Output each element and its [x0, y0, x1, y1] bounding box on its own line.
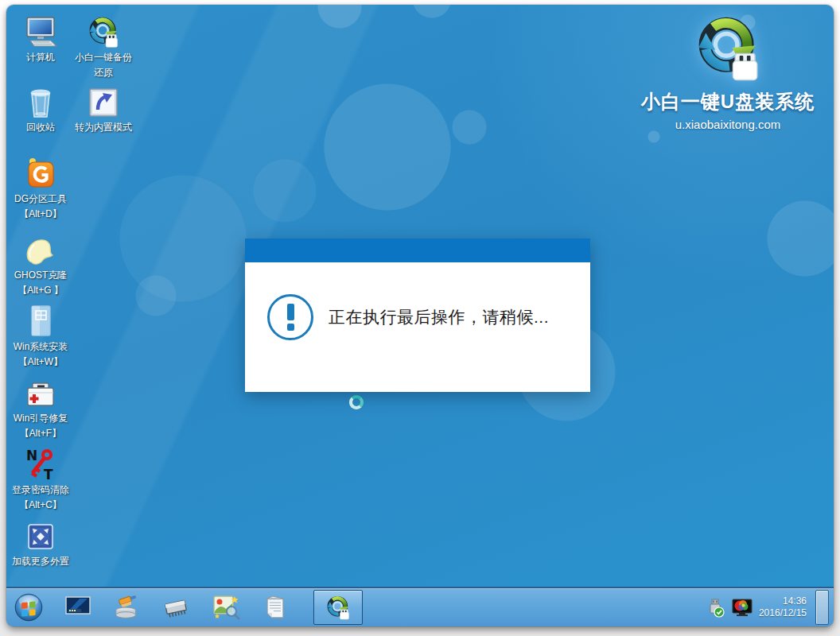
password-clear-icon: N T [23, 447, 58, 482]
xiaobai-app-icon [325, 594, 352, 621]
loading-spinner-icon [349, 395, 364, 409]
display-color-icon[interactable] [731, 597, 753, 618]
load-more-icon [24, 520, 57, 553]
brand-url: u.xiaobaixitong.com [628, 118, 827, 131]
dialog-message: 正在执行最后操作，请稍候... [329, 306, 549, 328]
win-boot-repair-icon [23, 377, 58, 410]
display-settings-button[interactable] [64, 591, 92, 623]
desktop-icon-win-install[interactable]: Win系统安装 【Alt+W】 [6, 304, 76, 369]
notepad-button[interactable] [261, 591, 290, 623]
dialog-body: 正在执行最后操作，请稍候... [245, 262, 590, 392]
memory-tool-button[interactable] [162, 591, 191, 623]
internal-mode-icon [87, 86, 120, 119]
desktop-icon-dg-partition[interactable]: DG分区工具 【Alt+D】 [6, 156, 76, 221]
disk-tools-button[interactable] [113, 591, 142, 623]
desktop-icon-internal-mode[interactable]: 转为内置模式 [68, 84, 139, 136]
desktop-icon-backup-restore[interactable]: 小白一键备份 还原 [68, 14, 139, 80]
disk-cleanup-icon [113, 594, 142, 621]
ram-chip-icon [162, 595, 191, 620]
ghost-clone-icon [22, 234, 59, 267]
recycle-bin-icon [25, 84, 56, 119]
windows-orb-icon [14, 590, 43, 625]
desktop-icon-ghost-clone[interactable]: GHOST克隆 【Alt+G 】 [6, 232, 76, 297]
progress-dialog: 正在执行最后操作，请稍候... [245, 238, 590, 392]
tray-clock[interactable]: 14:36 2016/12/15 [759, 595, 807, 619]
brand-area: 小白一键U盘装系统 u.xiaobaixitong.com [628, 11, 827, 131]
brand-title: 小白一键U盘装系统 [628, 89, 827, 114]
dialog-titlebar [245, 238, 590, 262]
computer-icon [22, 16, 59, 49]
desktop-icon-password-clear[interactable]: N T 登录密码清除 【Alt+C】 [6, 447, 76, 512]
dg-partition-icon [24, 156, 57, 191]
exclamation-circle-icon [267, 294, 313, 340]
svg-text:T: T [44, 467, 53, 482]
notepad-icon [262, 594, 289, 621]
xiaobai-app-button[interactable] [313, 590, 363, 625]
usb-safely-remove-icon[interactable] [705, 597, 725, 618]
picture-magnifier-icon [212, 594, 240, 621]
tray-time: 14:36 [759, 595, 807, 607]
desktop-icon-load-more[interactable]: 加载更多外置 [6, 518, 76, 570]
brand-logo-icon [690, 11, 766, 84]
taskbar: 14:36 2016/12/15 [6, 587, 834, 626]
desktop-icon-computer[interactable]: 计算机 [6, 14, 76, 66]
start-button[interactable] [14, 591, 43, 623]
svg-text:N: N [26, 448, 37, 463]
tray-date: 2016/12/15 [759, 607, 807, 619]
desktop-icon-recycle-bin[interactable]: 回收站 [6, 84, 76, 136]
backup-restore-icon [86, 14, 121, 49]
desktop-icon-win-boot-repair[interactable]: Win引导修复 【Alt+F】 [6, 375, 76, 440]
show-desktop-button[interactable] [815, 590, 829, 625]
win-install-icon [25, 304, 56, 339]
desktop-screen: 小白一键U盘装系统 u.xiaobaixitong.com 计算机 小白一键备份… [6, 5, 834, 626]
screenshot-tool-button[interactable] [212, 591, 240, 623]
display-screen-icon [64, 595, 92, 620]
